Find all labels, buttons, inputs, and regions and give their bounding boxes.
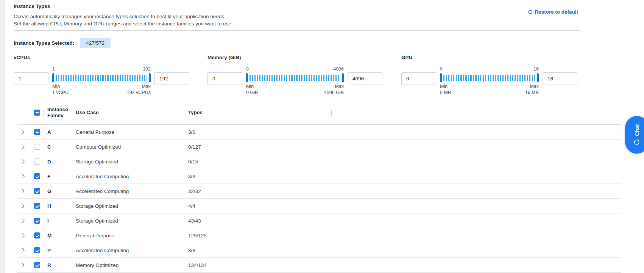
vcpus-title: vCPUs (14, 55, 189, 60)
instance-family-cell: M (47, 233, 76, 238)
memory-max-input[interactable] (348, 72, 382, 85)
min-sub-label: 0 MB (440, 89, 451, 96)
max-label: Max (530, 83, 539, 89)
column-divider (44, 110, 44, 116)
gpu-max-input[interactable] (543, 72, 577, 85)
memory-max-value-label: 4096 (333, 66, 344, 72)
instance-family-cell: A (47, 129, 76, 135)
column-header-instance-family: Instance Family (47, 107, 76, 119)
restore-to-default-button[interactable]: Restore to default (528, 9, 578, 15)
slider-ticks (249, 75, 340, 81)
row-checkbox[interactable] (34, 203, 40, 209)
select-all-checkbox[interactable] (34, 110, 40, 116)
types-cell: 4/4 (188, 203, 334, 209)
gpu-max-handle[interactable] (537, 73, 539, 82)
slider-ticks (56, 75, 147, 81)
max-label: Max (335, 83, 344, 89)
page-title: Instance Types (14, 3, 630, 9)
expand-chevron-icon[interactable] (20, 248, 24, 252)
vcpus-max-input[interactable] (154, 72, 189, 85)
gpu-min-handle[interactable] (440, 73, 442, 82)
types-cell: 134/134 (188, 262, 334, 268)
table-row[interactable]: I Storage Optimized 43/43 (17, 213, 621, 228)
vcpus-max-value-label: 192 (143, 66, 151, 72)
memory-slider-group: Memory (GiB) 0 4096 Min Max (207, 55, 382, 96)
row-checkbox[interactable] (34, 158, 40, 165)
memory-max-handle[interactable] (342, 73, 344, 82)
instance-family-cell: D (47, 159, 76, 165)
row-checkbox[interactable] (34, 232, 40, 238)
instance-family-table: Instance Family Use Case Types A General… (17, 101, 621, 273)
row-checkbox[interactable] (34, 144, 40, 150)
expand-chevron-icon[interactable] (20, 174, 24, 178)
vcpus-min-input[interactable] (14, 72, 48, 85)
max-sub-label: 16 MB (525, 89, 539, 96)
vcpus-range-slider[interactable] (52, 73, 151, 82)
table-header: Instance Family Use Case Types (17, 101, 621, 125)
row-checkbox[interactable] (34, 247, 40, 253)
expand-chevron-icon[interactable] (20, 233, 24, 237)
use-case-cell: Accelerated Computing (76, 248, 188, 253)
memory-min-handle[interactable] (246, 73, 248, 82)
use-case-cell: Accelerated Computing (76, 174, 188, 179)
table-row[interactable]: G Accelerated Computing 32/32 (17, 184, 621, 199)
memory-range-slider[interactable] (246, 73, 344, 82)
range-sliders-section: vCPUs 1 192 Min Max (14, 55, 580, 97)
max-sub-label: 4096 GiB (324, 89, 344, 96)
gpu-range-slider[interactable] (440, 73, 539, 82)
table-row[interactable]: P Accelerated Computing 8/8 (17, 243, 621, 258)
min-label: Min (440, 83, 448, 89)
use-case-cell: General Purpose (76, 233, 188, 238)
column-divider (72, 110, 72, 116)
table-row[interactable]: H Storage Optimized 4/4 (17, 199, 621, 213)
min-label: Min (52, 83, 60, 89)
expand-chevron-icon[interactable] (20, 204, 24, 208)
vcpus-slider-group: vCPUs 1 192 Min Max (14, 55, 189, 96)
table-row[interactable]: A General Purpose 3/6 (17, 125, 621, 140)
slider-ticks (443, 75, 535, 81)
instance-types-panel: Instance Types Ocean automatically manag… (14, 0, 630, 273)
row-checkbox[interactable] (34, 129, 40, 135)
row-checkbox[interactable] (34, 173, 40, 179)
types-cell: 0/127 (188, 144, 334, 150)
chat-button[interactable]: Chat (625, 116, 644, 154)
row-checkbox[interactable] (34, 218, 40, 224)
table-row[interactable]: R Memory Optimized 134/134 (17, 258, 621, 273)
description-line-2: Set the allowed CPU, Memory and GPU rang… (14, 20, 630, 27)
chat-label: Chat (634, 124, 640, 136)
expand-chevron-icon[interactable] (20, 263, 24, 267)
instance-family-cell: I (47, 218, 76, 224)
types-cell: 3/3 (188, 174, 334, 179)
gpu-min-value-label: 0 (440, 66, 443, 72)
table-row[interactable]: F Accelerated Computing 3/3 (17, 169, 621, 184)
restore-label: Restore to default (535, 9, 578, 15)
expand-chevron-icon[interactable] (20, 159, 24, 163)
types-cell: 43/43 (188, 218, 334, 224)
gpu-min-input[interactable] (401, 72, 436, 85)
use-case-cell: Storage Optimized (76, 203, 188, 209)
types-cell: 3/6 (188, 129, 334, 135)
expand-chevron-icon[interactable] (20, 218, 24, 223)
types-cell: 0/15 (188, 159, 334, 165)
header-divider (14, 30, 580, 31)
memory-min-value-label: 0 (246, 66, 249, 72)
max-label: Max (142, 83, 151, 89)
expand-chevron-icon[interactable] (20, 189, 24, 193)
table-row[interactable]: M General Purpose 125/125 (17, 228, 621, 243)
instance-family-cell: C (47, 144, 76, 150)
min-label: Min (246, 83, 254, 89)
table-row[interactable]: D Storage Optimized 0/15 (17, 154, 621, 169)
expand-chevron-icon[interactable] (20, 130, 24, 134)
row-checkbox[interactable] (34, 188, 40, 194)
memory-min-input[interactable] (207, 72, 242, 85)
vcpus-min-handle[interactable] (52, 73, 54, 82)
vcpus-max-handle[interactable] (149, 73, 151, 82)
expand-chevron-icon[interactable] (20, 144, 24, 149)
selection-summary: Instance Types Selected: 427/572 (14, 38, 630, 48)
vcpus-min-value-label: 1 (52, 66, 55, 72)
use-case-cell: Accelerated Computing (76, 188, 188, 194)
panel-header: Instance Types Ocean automatically manag… (14, 0, 630, 31)
row-checkbox[interactable] (34, 262, 40, 268)
chat-bubble-icon (634, 139, 640, 146)
table-row[interactable]: C Compute Optimized 0/127 (17, 140, 621, 154)
